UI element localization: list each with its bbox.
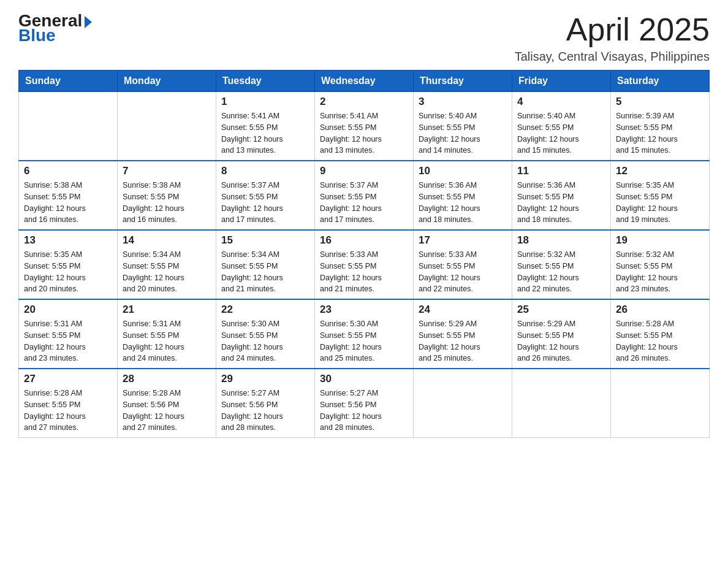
day-number-2: 2 bbox=[320, 96, 408, 108]
day-info-6: Sunrise: 5:38 AM Sunset: 5:55 PM Dayligh… bbox=[24, 180, 112, 226]
day-info-21: Sunrise: 5:31 AM Sunset: 5:55 PM Dayligh… bbox=[123, 318, 211, 364]
day-number-3: 3 bbox=[419, 96, 507, 108]
day-info-15: Sunrise: 5:34 AM Sunset: 5:55 PM Dayligh… bbox=[221, 249, 309, 295]
day-info-16: Sunrise: 5:33 AM Sunset: 5:55 PM Dayligh… bbox=[320, 249, 408, 295]
cell-week4-day6: 25Sunrise: 5:29 AM Sunset: 5:55 PM Dayli… bbox=[512, 299, 611, 369]
cell-week4-day5: 24Sunrise: 5:29 AM Sunset: 5:55 PM Dayli… bbox=[414, 299, 512, 369]
cell-week4-day7: 26Sunrise: 5:28 AM Sunset: 5:55 PM Dayli… bbox=[611, 299, 710, 369]
cell-week2-day7: 12Sunrise: 5:35 AM Sunset: 5:55 PM Dayli… bbox=[611, 161, 710, 230]
cell-week3-day7: 19Sunrise: 5:32 AM Sunset: 5:55 PM Dayli… bbox=[611, 230, 710, 299]
day-info-17: Sunrise: 5:33 AM Sunset: 5:55 PM Dayligh… bbox=[419, 249, 507, 295]
day-info-12: Sunrise: 5:35 AM Sunset: 5:55 PM Dayligh… bbox=[616, 180, 704, 226]
day-info-18: Sunrise: 5:32 AM Sunset: 5:55 PM Dayligh… bbox=[517, 249, 605, 295]
main-title: April 2025 bbox=[515, 12, 710, 47]
day-number-6: 6 bbox=[24, 165, 112, 177]
day-number-8: 8 bbox=[221, 165, 309, 177]
cell-week3-day1: 13Sunrise: 5:35 AM Sunset: 5:55 PM Dayli… bbox=[19, 230, 118, 299]
day-info-14: Sunrise: 5:34 AM Sunset: 5:55 PM Dayligh… bbox=[123, 249, 211, 295]
day-number-23: 23 bbox=[320, 304, 408, 316]
day-info-26: Sunrise: 5:28 AM Sunset: 5:55 PM Dayligh… bbox=[616, 318, 704, 364]
day-number-26: 26 bbox=[616, 304, 704, 316]
day-number-19: 19 bbox=[616, 234, 704, 247]
calendar-table: SundayMondayTuesdayWednesdayThursdayFrid… bbox=[18, 70, 710, 438]
day-info-4: Sunrise: 5:40 AM Sunset: 5:55 PM Dayligh… bbox=[517, 110, 605, 156]
cell-week1-day6: 4Sunrise: 5:40 AM Sunset: 5:55 PM Daylig… bbox=[512, 92, 611, 161]
day-info-20: Sunrise: 5:31 AM Sunset: 5:55 PM Dayligh… bbox=[24, 318, 112, 364]
header-friday: Friday bbox=[512, 71, 611, 92]
day-info-30: Sunrise: 5:27 AM Sunset: 5:56 PM Dayligh… bbox=[320, 388, 408, 434]
day-number-1: 1 bbox=[221, 96, 309, 108]
week-row-4: 20Sunrise: 5:31 AM Sunset: 5:55 PM Dayli… bbox=[19, 299, 710, 369]
cell-week4-day4: 23Sunrise: 5:30 AM Sunset: 5:55 PM Dayli… bbox=[315, 299, 414, 369]
day-number-25: 25 bbox=[517, 304, 605, 316]
day-info-11: Sunrise: 5:36 AM Sunset: 5:55 PM Dayligh… bbox=[517, 180, 605, 226]
day-number-29: 29 bbox=[221, 373, 309, 385]
logo-arrow-icon bbox=[85, 16, 92, 28]
cell-week2-day4: 9Sunrise: 5:37 AM Sunset: 5:55 PM Daylig… bbox=[315, 161, 414, 230]
day-number-18: 18 bbox=[517, 234, 605, 247]
cell-week1-day5: 3Sunrise: 5:40 AM Sunset: 5:55 PM Daylig… bbox=[414, 92, 512, 161]
cell-week2-day3: 8Sunrise: 5:37 AM Sunset: 5:55 PM Daylig… bbox=[216, 161, 315, 230]
week-row-1: 1Sunrise: 5:41 AM Sunset: 5:55 PM Daylig… bbox=[19, 92, 710, 161]
day-number-12: 12 bbox=[616, 165, 704, 177]
day-number-15: 15 bbox=[221, 234, 309, 247]
week-row-3: 13Sunrise: 5:35 AM Sunset: 5:55 PM Dayli… bbox=[19, 230, 710, 299]
day-info-7: Sunrise: 5:38 AM Sunset: 5:55 PM Dayligh… bbox=[123, 180, 211, 226]
cell-week4-day2: 21Sunrise: 5:31 AM Sunset: 5:55 PM Dayli… bbox=[118, 299, 216, 369]
day-number-16: 16 bbox=[320, 234, 408, 247]
cell-week5-day4: 30Sunrise: 5:27 AM Sunset: 5:56 PM Dayli… bbox=[315, 369, 414, 438]
day-number-4: 4 bbox=[517, 96, 605, 108]
cell-week1-day1 bbox=[19, 92, 118, 161]
cell-week3-day4: 16Sunrise: 5:33 AM Sunset: 5:55 PM Dayli… bbox=[315, 230, 414, 299]
cell-week5-day7 bbox=[611, 369, 710, 438]
day-info-5: Sunrise: 5:39 AM Sunset: 5:55 PM Dayligh… bbox=[616, 110, 704, 156]
header-thursday: Thursday bbox=[414, 71, 512, 92]
day-number-10: 10 bbox=[419, 165, 507, 177]
cell-week5-day1: 27Sunrise: 5:28 AM Sunset: 5:55 PM Dayli… bbox=[19, 369, 118, 438]
day-info-22: Sunrise: 5:30 AM Sunset: 5:55 PM Dayligh… bbox=[221, 318, 309, 364]
cell-week2-day1: 6Sunrise: 5:38 AM Sunset: 5:55 PM Daylig… bbox=[19, 161, 118, 230]
cell-week4-day3: 22Sunrise: 5:30 AM Sunset: 5:55 PM Dayli… bbox=[216, 299, 315, 369]
title-block: April 2025 Talisay, Central Visayas, Phi… bbox=[515, 12, 710, 64]
day-number-20: 20 bbox=[24, 304, 112, 316]
cell-week5-day2: 28Sunrise: 5:28 AM Sunset: 5:56 PM Dayli… bbox=[118, 369, 216, 438]
day-number-11: 11 bbox=[517, 165, 605, 177]
logo-blue-text: Blue bbox=[18, 27, 56, 44]
subtitle: Talisay, Central Visayas, Philippines bbox=[515, 50, 710, 64]
logo: General Blue bbox=[18, 12, 92, 44]
cell-week1-day7: 5Sunrise: 5:39 AM Sunset: 5:55 PM Daylig… bbox=[611, 92, 710, 161]
day-info-29: Sunrise: 5:27 AM Sunset: 5:56 PM Dayligh… bbox=[221, 388, 309, 434]
day-info-13: Sunrise: 5:35 AM Sunset: 5:55 PM Dayligh… bbox=[24, 249, 112, 295]
day-info-3: Sunrise: 5:40 AM Sunset: 5:55 PM Dayligh… bbox=[419, 110, 507, 156]
cell-week1-day2 bbox=[118, 92, 216, 161]
header-saturday: Saturday bbox=[611, 71, 710, 92]
header-tuesday: Tuesday bbox=[216, 71, 315, 92]
cell-week3-day3: 15Sunrise: 5:34 AM Sunset: 5:55 PM Dayli… bbox=[216, 230, 315, 299]
day-info-27: Sunrise: 5:28 AM Sunset: 5:55 PM Dayligh… bbox=[24, 388, 112, 434]
day-info-25: Sunrise: 5:29 AM Sunset: 5:55 PM Dayligh… bbox=[517, 318, 605, 364]
header-monday: Monday bbox=[118, 71, 216, 92]
day-info-1: Sunrise: 5:41 AM Sunset: 5:55 PM Dayligh… bbox=[221, 110, 309, 156]
calendar-body: 1Sunrise: 5:41 AM Sunset: 5:55 PM Daylig… bbox=[19, 92, 710, 438]
cell-week3-day5: 17Sunrise: 5:33 AM Sunset: 5:55 PM Dayli… bbox=[414, 230, 512, 299]
cell-week3-day6: 18Sunrise: 5:32 AM Sunset: 5:55 PM Dayli… bbox=[512, 230, 611, 299]
cell-week2-day5: 10Sunrise: 5:36 AM Sunset: 5:55 PM Dayli… bbox=[414, 161, 512, 230]
cell-week1-day4: 2Sunrise: 5:41 AM Sunset: 5:55 PM Daylig… bbox=[315, 92, 414, 161]
cell-week3-day2: 14Sunrise: 5:34 AM Sunset: 5:55 PM Dayli… bbox=[118, 230, 216, 299]
cell-week2-day2: 7Sunrise: 5:38 AM Sunset: 5:55 PM Daylig… bbox=[118, 161, 216, 230]
day-info-23: Sunrise: 5:30 AM Sunset: 5:55 PM Dayligh… bbox=[320, 318, 408, 364]
cell-week5-day6 bbox=[512, 369, 611, 438]
day-info-28: Sunrise: 5:28 AM Sunset: 5:56 PM Dayligh… bbox=[123, 388, 211, 434]
week-row-5: 27Sunrise: 5:28 AM Sunset: 5:55 PM Dayli… bbox=[19, 369, 710, 438]
day-number-13: 13 bbox=[24, 234, 112, 247]
day-info-19: Sunrise: 5:32 AM Sunset: 5:55 PM Dayligh… bbox=[616, 249, 704, 295]
cell-week4-day1: 20Sunrise: 5:31 AM Sunset: 5:55 PM Dayli… bbox=[19, 299, 118, 369]
day-number-30: 30 bbox=[320, 373, 408, 385]
day-number-27: 27 bbox=[24, 373, 112, 385]
day-number-28: 28 bbox=[123, 373, 211, 385]
day-number-21: 21 bbox=[123, 304, 211, 316]
day-info-8: Sunrise: 5:37 AM Sunset: 5:55 PM Dayligh… bbox=[221, 180, 309, 226]
day-number-14: 14 bbox=[123, 234, 211, 247]
cell-week5-day3: 29Sunrise: 5:27 AM Sunset: 5:56 PM Dayli… bbox=[216, 369, 315, 438]
day-number-24: 24 bbox=[419, 304, 507, 316]
